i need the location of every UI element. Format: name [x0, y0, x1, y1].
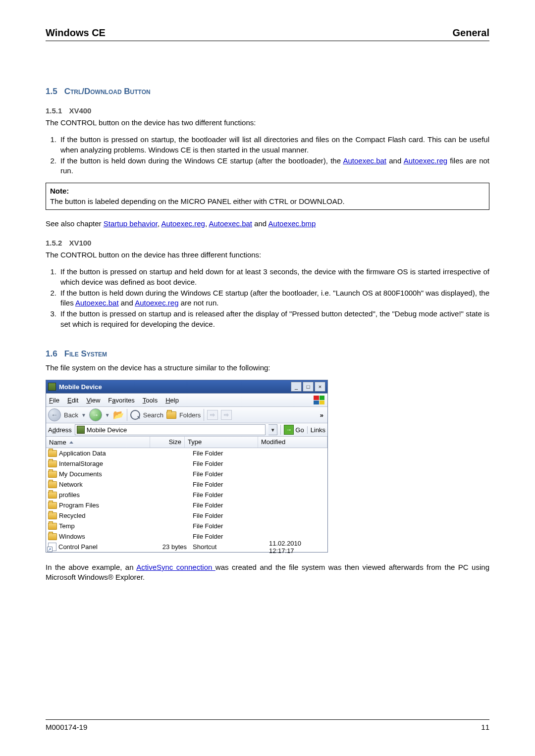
document-page: Windows CE General 1.5 Ctrl/Download But… [0, 0, 535, 756]
toolbar-overflow-icon[interactable]: » [320, 411, 323, 419]
link-autoexec-bat[interactable]: Autoexec.bat [343, 156, 386, 165]
link-autoexec-reg[interactable]: Autoexec.reg [161, 219, 205, 228]
file-name: Temp [59, 522, 75, 530]
col-header-type[interactable]: Type [185, 437, 258, 448]
file-type: Shortcut [190, 543, 266, 551]
folder-icon [48, 533, 57, 540]
menu-tools[interactable]: Tools [143, 397, 158, 404]
back-button[interactable]: ← [48, 408, 61, 421]
link-startup-behavior[interactable]: Startup behavior [104, 219, 158, 228]
link-activesync-connection[interactable]: ActiveSync connection [136, 563, 215, 571]
toolbar-separator [204, 409, 204, 421]
section-1-6-heading: 1.6 File System [46, 349, 489, 359]
file-row[interactable]: My DocumentsFile Folder [46, 469, 327, 479]
windows-flag-icon [314, 396, 324, 404]
links-button[interactable]: Links [307, 426, 325, 434]
title-bar[interactable]: Mobile Device _ □ × [46, 380, 327, 394]
copy-to-icon[interactable]: ⇨ [221, 410, 232, 420]
maximize-button[interactable]: □ [303, 382, 314, 392]
folder-icon [48, 460, 57, 467]
list-item: 1. If the button is pressed on startup, … [46, 135, 489, 155]
folder-icon [48, 450, 57, 457]
xv100-list: 1. If the button is pressed on startup a… [46, 267, 489, 329]
file-row[interactable]: Control Panel23 bytesShortcut11.02.2010 … [46, 542, 327, 552]
addr-separator [280, 425, 281, 435]
link-autoexec-reg[interactable]: Autoexec.reg [404, 156, 447, 165]
move-to-icon[interactable]: ⇨ [207, 410, 218, 420]
file-row[interactable]: Application DataFile Folder [46, 448, 327, 458]
file-type: File Folder [190, 481, 266, 488]
search-label: Search [143, 411, 163, 419]
file-type: File Folder [190, 450, 266, 457]
folder-icon [48, 492, 57, 499]
menu-file[interactable]: File [49, 397, 59, 404]
sort-asc-icon [69, 441, 73, 444]
search-icon[interactable] [130, 410, 140, 420]
menu-favorites[interactable]: Favorites [108, 397, 134, 404]
section-1-5-heading: 1.5 Ctrl/Download Button [46, 87, 489, 97]
list-text: If the button is held down during the Wi… [60, 288, 489, 308]
xv100-intro: The CONTROL button on the device has thr… [46, 250, 489, 260]
header-left: Windows CE [46, 27, 106, 39]
file-type: File Folder [190, 460, 266, 467]
address-value: Mobile Device [87, 426, 127, 434]
address-icon [77, 426, 85, 434]
explorer-window: Mobile Device _ □ × File Edit View Favor… [46, 380, 328, 553]
list-number: 2. [46, 156, 56, 176]
up-folder-icon[interactable]: 📂 [113, 409, 124, 420]
folders-icon[interactable] [166, 411, 176, 419]
file-row[interactable]: Program FilesFile Folder [46, 500, 327, 510]
link-autoexec-bmp[interactable]: Autoexec.bmp [268, 219, 316, 228]
file-type: File Folder [190, 470, 266, 478]
file-name: Network [59, 481, 83, 488]
minimize-button[interactable]: _ [291, 382, 302, 392]
file-row[interactable]: InternalStorageFile Folder [46, 458, 327, 469]
note-box: Note: The button is labeled depending on… [46, 183, 489, 210]
col-header-size[interactable]: Size [150, 437, 185, 448]
link-autoexec-bat[interactable]: Autoexec.bat [209, 219, 252, 228]
subsection-number: 1.5.1 [46, 106, 62, 115]
menu-view[interactable]: View [86, 397, 100, 404]
list-item: 1. If the button is pressed on startup a… [46, 267, 489, 287]
menu-help[interactable]: Help [165, 397, 179, 404]
address-dropdown-icon[interactable]: ▼ [268, 424, 277, 435]
close-button[interactable]: × [315, 382, 325, 392]
link-autoexec-reg[interactable]: Autoexec.reg [135, 299, 178, 307]
header-right: General [453, 27, 489, 39]
file-row[interactable]: RecycledFile Folder [46, 510, 327, 521]
list-item: 2. If the button is held down during the… [46, 288, 489, 308]
list-number: 2. [46, 288, 56, 308]
folder-icon [48, 512, 57, 519]
folders-label: Folders [179, 411, 201, 419]
toolbar-separator [127, 409, 127, 421]
address-field[interactable]: Mobile Device [75, 424, 266, 435]
section-number: 1.6 [46, 349, 57, 359]
note-body: The button is labeled depending on the M… [50, 197, 485, 206]
file-name: profiles [59, 491, 80, 499]
go-button[interactable]: → Go [284, 425, 304, 435]
file-row[interactable]: NetworkFile Folder [46, 479, 327, 490]
list-number: 1. [46, 135, 56, 155]
shortcut-icon [48, 543, 56, 551]
file-type: File Folder [190, 533, 266, 540]
go-arrow-icon: → [284, 425, 294, 435]
file-name: Windows [59, 533, 85, 540]
menu-edit[interactable]: Edit [67, 397, 78, 404]
forward-dropdown-icon[interactable]: ▼ [105, 412, 110, 418]
file-row[interactable]: profilesFile Folder [46, 490, 327, 500]
folder-icon [48, 481, 57, 488]
col-header-name[interactable]: Name [46, 437, 150, 448]
section-number: 1.5 [46, 87, 57, 97]
back-dropdown-icon[interactable]: ▼ [81, 412, 86, 418]
forward-button[interactable]: → [89, 408, 102, 421]
file-row[interactable]: TempFile Folder [46, 521, 327, 531]
col-header-modified[interactable]: Modified [258, 437, 327, 448]
page-header: Windows CE General [46, 27, 489, 41]
back-label: Back [64, 411, 78, 419]
list-item: 3. If the button is pressed on startup a… [46, 309, 489, 329]
section-title: Ctrl/Download Button [64, 87, 151, 97]
list-item: 2. If the button is held down during the… [46, 156, 489, 176]
file-type: File Folder [190, 512, 266, 519]
window-title: Mobile Device [59, 383, 291, 391]
link-autoexec-bat[interactable]: Autoexec.bat [75, 299, 119, 307]
